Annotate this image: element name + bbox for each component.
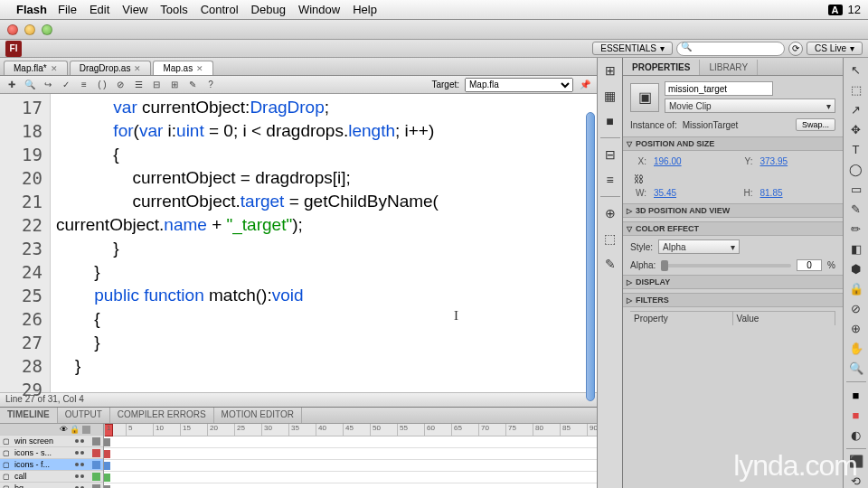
menu-view[interactable]: View xyxy=(122,3,147,16)
style-select[interactable]: Alpha▾ xyxy=(658,239,740,254)
tab-properties[interactable]: PROPERTIES xyxy=(623,60,700,75)
doc-tab-dragdrop[interactable]: DragDrop.as✕ xyxy=(70,61,152,75)
close-icon[interactable]: ✕ xyxy=(196,64,203,73)
line-tool-icon[interactable]: ◯ xyxy=(848,163,864,176)
stroke-color-icon[interactable]: ■ xyxy=(848,389,864,402)
panel-icon[interactable]: ⬚ xyxy=(601,230,619,248)
section-filters[interactable]: ▷FILTERS xyxy=(623,293,843,307)
debug-icon[interactable]: ⊘ xyxy=(114,79,127,91)
x-value[interactable]: 196.00 xyxy=(654,156,730,166)
frame-ruler[interactable]: 151015202530354045505560657075808590 xyxy=(104,424,597,436)
symbol-type-select[interactable]: Movie Clip▾ xyxy=(665,99,835,113)
format-icon[interactable]: ≡ xyxy=(78,79,90,91)
options-icon[interactable]: ⟲ xyxy=(848,474,864,488)
outline-icon[interactable] xyxy=(82,426,90,434)
subselection-tool-icon[interactable]: ⬚ xyxy=(848,83,864,97)
zoom-tool-icon[interactable]: 🔍 xyxy=(848,361,864,375)
free-transform-tool-icon[interactable]: ↗ xyxy=(848,103,864,117)
target-select[interactable]: Map.fla xyxy=(465,78,573,92)
frame-row[interactable] xyxy=(104,472,597,483)
lock-icon[interactable]: 🔒 xyxy=(70,425,80,434)
code-area[interactable]: var currentObject:DragDrop; for(var i:ui… xyxy=(51,94,597,392)
panel-icon[interactable]: ⊞ xyxy=(601,61,619,80)
section-display[interactable]: ▷DISPLAY xyxy=(623,275,843,289)
tab-timeline[interactable]: TIMELINE xyxy=(0,408,58,423)
y-value[interactable]: 373.95 xyxy=(760,156,836,166)
panel-icon[interactable]: ▦ xyxy=(601,87,619,105)
eraser-tool-icon[interactable]: ⊕ xyxy=(848,322,864,335)
swap-colors-icon[interactable]: ◐ xyxy=(848,428,864,442)
paint-bucket-tool-icon[interactable]: 🔒 xyxy=(848,282,864,296)
eye-icon[interactable]: 👁 xyxy=(60,425,68,434)
layer-row[interactable]: ▢win screen xyxy=(0,436,103,447)
tab-compiler-errors[interactable]: COMPILER ERRORS xyxy=(110,408,214,423)
menu-tools[interactable]: Tools xyxy=(160,3,187,16)
frame-row[interactable] xyxy=(104,460,597,472)
add-icon[interactable]: ✚ xyxy=(5,79,18,91)
comment-icon[interactable]: ☰ xyxy=(132,79,145,91)
pencil-tool-icon[interactable]: ✎ xyxy=(848,202,864,216)
sync-icon[interactable]: ⟳ xyxy=(788,42,803,56)
alpha-input[interactable] xyxy=(797,259,822,271)
panel-icon[interactable]: ≡ xyxy=(601,171,619,189)
check-icon[interactable]: ✓ xyxy=(60,79,72,91)
section-color-effect[interactable]: ▽COLOR EFFECT xyxy=(623,221,843,236)
deco-tool-icon[interactable]: ◧ xyxy=(848,242,864,256)
frames-column[interactable]: 151015202530354045505560657075808590 xyxy=(104,424,597,488)
swap-button[interactable]: Swap... xyxy=(796,118,835,131)
fill-color-icon[interactable]: ■ xyxy=(848,408,864,422)
menu-file[interactable]: File xyxy=(58,3,77,16)
pin-icon[interactable]: 📌 xyxy=(579,79,591,91)
alpha-slider[interactable] xyxy=(661,264,791,267)
code-editor[interactable]: 17 18 19 20 21 22 23 24 25 26 27 28 29 v… xyxy=(0,94,597,392)
layer-row[interactable]: ▢icons - f... xyxy=(0,459,103,471)
bone-tool-icon[interactable]: ⬢ xyxy=(848,262,864,276)
rectangle-tool-icon[interactable]: ▭ xyxy=(848,183,864,196)
code-hint-icon[interactable]: ✎ xyxy=(186,79,199,91)
link-icon[interactable]: ⛓ xyxy=(630,174,646,184)
bookmark-icon[interactable]: ↪ xyxy=(42,79,54,91)
frame-row[interactable] xyxy=(104,483,597,488)
brush-tool-icon[interactable]: ✏ xyxy=(848,222,864,236)
app-name[interactable]: Flash xyxy=(16,3,47,16)
zoom-window-button[interactable] xyxy=(42,24,52,35)
layer-row[interactable]: ▢icons - s... xyxy=(0,447,103,459)
w-value[interactable]: 35.45 xyxy=(654,188,730,198)
tab-library[interactable]: LIBRARY xyxy=(700,60,758,75)
text-tool-icon[interactable]: T xyxy=(848,143,864,156)
collapse-icon[interactable]: ⊟ xyxy=(150,79,163,91)
hand-tool-icon[interactable]: ✋ xyxy=(848,342,864,355)
menu-debug[interactable]: Debug xyxy=(251,3,286,16)
find-icon[interactable]: 🔍 xyxy=(24,79,36,91)
layer-row[interactable]: ▢call xyxy=(0,471,103,483)
menu-help[interactable]: Help xyxy=(353,3,377,16)
section-3d[interactable]: ▷3D POSITION AND VIEW xyxy=(623,203,843,218)
instance-name-input[interactable] xyxy=(665,81,773,96)
close-icon[interactable]: ✕ xyxy=(134,64,141,73)
snap-icon[interactable]: ⬛ xyxy=(848,455,864,468)
cslive-button[interactable]: CS Live▾ xyxy=(807,42,863,55)
selection-tool-icon[interactable]: ↖ xyxy=(848,63,864,77)
panel-icon[interactable]: ⊟ xyxy=(601,145,619,164)
tab-motion-editor[interactable]: MOTION EDITOR xyxy=(214,408,302,423)
brace-icon[interactable]: ( ) xyxy=(96,79,108,91)
expand-icon[interactable]: ⊞ xyxy=(168,79,181,91)
menu-window[interactable]: Window xyxy=(298,3,340,16)
3d-rotation-tool-icon[interactable]: ✥ xyxy=(848,123,864,136)
doc-tab-mapas[interactable]: Map.as✕ xyxy=(153,61,213,75)
close-window-button[interactable] xyxy=(7,24,18,35)
frame-row[interactable] xyxy=(104,448,597,460)
workspace-switcher[interactable]: ESSENTIALS▾ xyxy=(592,42,673,55)
h-value[interactable]: 81.85 xyxy=(760,188,836,198)
close-icon[interactable]: ✕ xyxy=(51,64,58,73)
tab-output[interactable]: OUTPUT xyxy=(58,408,110,423)
panel-icon[interactable]: ■ xyxy=(601,112,619,130)
panel-icon[interactable]: ⊕ xyxy=(601,204,619,222)
doc-tab-mapfla[interactable]: Map.fla*✕ xyxy=(4,61,68,75)
scrollbar-thumb[interactable] xyxy=(586,112,595,401)
menu-control[interactable]: Control xyxy=(201,3,239,16)
frame-row[interactable] xyxy=(104,436,597,448)
minimize-window-button[interactable] xyxy=(24,24,35,35)
layer-row[interactable]: ▢bg xyxy=(0,483,103,488)
eyedropper-tool-icon[interactable]: ⊘ xyxy=(848,302,864,315)
